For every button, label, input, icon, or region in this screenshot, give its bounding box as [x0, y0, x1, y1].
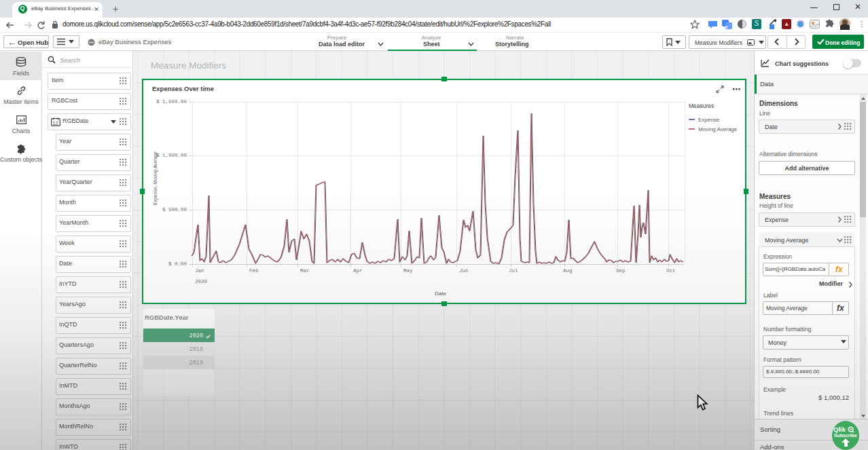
svg-text:12: 12	[53, 120, 58, 125]
svg-text:a: a	[725, 24, 728, 29]
